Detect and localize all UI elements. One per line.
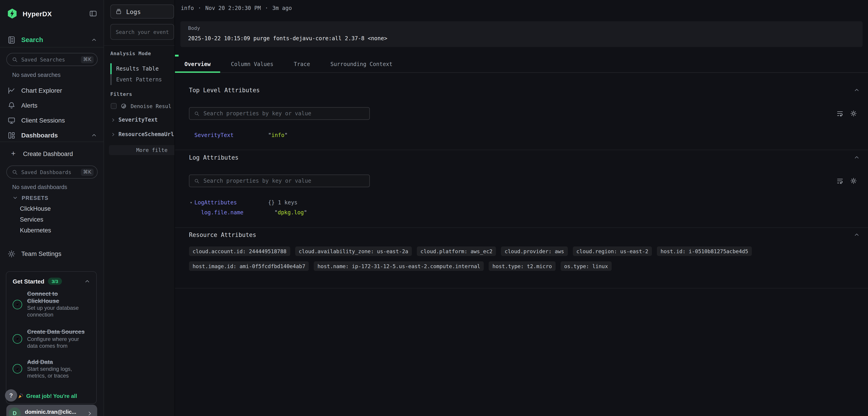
get-started-header[interactable]: Get Started 3/3 [6,272,96,285]
presets-toggle[interactable]: PRESETS [12,195,49,201]
resource-pill[interactable]: os.type: linux [561,261,612,271]
sidebar-dashboards-label: Dashboards [21,131,58,139]
chevron-up-icon[interactable] [854,232,860,238]
tree-root-key[interactable]: ▾LogAttributes [194,200,268,206]
caret-down-icon[interactable]: ▾ [190,200,192,206]
chevron-up-icon[interactable] [91,132,97,138]
create-dashboard-button[interactable]: + Create Dashboard [9,147,97,160]
party-popper-icon [17,393,24,399]
top-level-search-box[interactable] [189,107,370,120]
resource-pill[interactable]: cloud.platform: aws_ec2 [417,246,496,256]
shortcut-badge: ⌘K [81,56,94,63]
sidebar-item-alerts[interactable]: Alerts [7,99,97,112]
panel-divider [104,45,175,46]
log-attributes-search-box[interactable] [189,175,370,187]
sidebar-item-client-sessions[interactable]: Client Sessions [7,114,97,127]
event-search-input[interactable] [111,29,174,35]
hyperdx-logo-icon [7,8,17,19]
saved-searches-search[interactable]: ⌘K [6,53,98,66]
separator-dot: · [265,5,268,11]
green-accent-mark [175,55,179,56]
get-started-card: Get Started 3/3 Connect to ClickHouse Se… [6,271,97,404]
filter-group-resourceschemaurl[interactable]: ResourceSchemaUrl [111,131,174,138]
saved-dashboards-search[interactable]: ⌘K [6,166,98,179]
search-icon [12,56,18,63]
step-description: Start sending logs, metrics, or traces [27,366,90,379]
sidebar-collapse-icon[interactable] [89,9,97,18]
preset-clickhouse[interactable]: ClickHouse [20,205,51,212]
denoise-icon [120,102,127,110]
presets-label: PRESETS [22,195,49,201]
attribute-row-log-file-name[interactable]: log.file.name "dpkg.log" [194,209,307,216]
attribute-row-severitytext[interactable]: SeverityText "info" [194,132,288,138]
resource-pill[interactable]: host.name: ip-172-31-12-5.us-east-2.comp… [314,261,484,271]
step-description: Configure where your data comes from [27,336,90,349]
event-search-box[interactable] [110,24,174,40]
preset-kubernetes[interactable]: Kubernetes [20,227,51,234]
denoise-results-option[interactable]: Denoise Resul [111,102,171,110]
chevron-up-icon[interactable] [84,278,90,285]
section-divider [175,288,868,289]
search-icon [194,178,200,184]
sidebar-item-team-settings[interactable]: Team Settings [7,247,97,260]
resource-pill[interactable]: cloud.region: us-east-2 [573,246,652,256]
top-level-search-input[interactable] [204,110,365,117]
section-divider [175,228,868,228]
get-started-step-add-data[interactable]: Add Data Start sending logs, metrics, or… [6,358,96,379]
sidebar-search-label: Search [21,36,43,43]
hyperdx-app: HyperDX Search ⌘K No saved searches [0,0,868,416]
resource-pill-row: cloud.account.id: 244449518788 cloud.ava… [189,246,752,256]
chevron-up-icon[interactable] [854,87,860,93]
denoise-checkbox[interactable] [111,103,117,109]
filter-group-severitytext[interactable]: SeverityText [111,117,158,123]
attribute-tree-root[interactable]: ▾LogAttributes {} 1 keys [194,200,298,206]
app-name: HyperDX [23,10,52,18]
chevron-up-icon[interactable] [854,154,860,160]
resource-pill[interactable]: host.image.id: ami-0f5fcdfbd140e4ab7 [189,261,309,271]
source-select[interactable]: Logs [110,4,174,19]
tab-surrounding-context[interactable]: Surrounding Context [321,61,402,73]
saved-dashboards-input[interactable] [21,169,78,175]
help-button[interactable]: ? [5,389,17,402]
sidebar-client-sessions-label: Client Sessions [21,117,65,124]
get-started-step-connect[interactable]: Connect to ClickHouse Set up your databa… [6,290,96,318]
mode-results-table[interactable]: Results Table [110,63,159,74]
filters-label: Filters [110,91,132,97]
app-header: HyperDX [7,7,97,20]
tab-trace[interactable]: Trace [284,61,319,73]
chevron-up-icon[interactable] [91,37,97,43]
attribute-key[interactable]: log.file.name [194,209,274,216]
wrap-text-icon[interactable] [836,177,844,184]
avatar: D [8,407,21,416]
mode-event-patterns[interactable]: Event Patterns [110,74,162,85]
saved-searches-input[interactable] [21,56,78,63]
gear-icon[interactable] [850,177,857,184]
get-started-title: Get Started [13,278,44,285]
preset-services[interactable]: Services [20,216,43,223]
congrats-row: Great job! You're all [17,393,77,399]
tab-overview[interactable]: Overview [175,61,220,73]
archive-box-icon [115,8,122,15]
step-description: Set up your database connection [27,305,90,318]
resource-pill[interactable]: host.id: i-0510b81275acbe4d5 [657,246,752,256]
sidebar-item-search[interactable]: Search [7,33,97,46]
log-detail-panel: info · Nov 20 2:20:30 PM · 3m ago Body 2… [175,0,868,416]
tab-column-values[interactable]: Column Values [221,61,283,73]
attribute-key[interactable]: SeverityText [194,132,268,138]
event-timestamp: Nov 20 2:20:30 PM [205,5,261,11]
gear-icon[interactable] [850,110,857,117]
create-dashboard-label: Create Dashboard [23,150,73,157]
resource-pill[interactable]: host.type: t2.micro [489,261,556,271]
resource-pill[interactable]: cloud.availability_zone: us-east-2a [295,246,412,256]
attribute-value[interactable]: dpkg.log [278,209,304,216]
resource-pill[interactable]: cloud.account.id: 244449518788 [189,246,290,256]
attribute-value[interactable]: info [271,132,284,138]
get-started-step-sources[interactable]: Create Data Sources Configure where your… [6,328,96,349]
resource-pill[interactable]: cloud.provider: aws [501,246,568,256]
sidebar-item-dashboards[interactable]: Dashboards [7,129,97,142]
log-attributes-search-input[interactable] [204,178,365,184]
wrap-text-icon[interactable] [836,110,844,117]
user-menu[interactable]: D dominic.tran@clic... dominic.tran@clic… [6,405,97,416]
sidebar-item-chart-explorer[interactable]: Chart Explorer [7,84,97,97]
more-filters-button[interactable]: More filte [109,145,175,155]
